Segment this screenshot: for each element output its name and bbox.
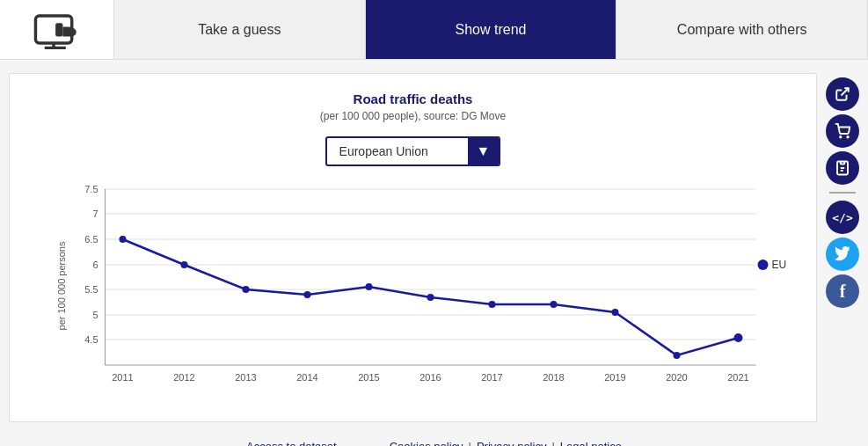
svg-line-45	[842, 88, 849, 95]
svg-text:4.5: 4.5	[84, 334, 98, 345]
svg-text:per 100 000 persons: per 100 000 persons	[56, 241, 67, 330]
svg-text:6: 6	[92, 260, 98, 270]
privacy-policy-link[interactable]: Privacy policy	[477, 440, 546, 446]
dropdown-value: European Union	[327, 139, 468, 164]
svg-text:2015: 2015	[358, 372, 379, 383]
share-icon[interactable]	[826, 77, 859, 111]
footer-dataset-link[interactable]: Access to dataset	[246, 440, 337, 446]
svg-point-41	[674, 352, 681, 359]
line-chart: per 100 000 persons 7.5 7 6.5 6 5.5 5	[27, 180, 799, 391]
region-dropdown[interactable]: European Union ▼	[325, 136, 501, 166]
svg-point-47	[847, 136, 849, 138]
svg-text:5.5: 5.5	[84, 284, 98, 295]
svg-text:2011: 2011	[112, 372, 133, 383]
top-navigation: Take a guess Show trend Compare with oth…	[0, 0, 868, 60]
svg-text:2019: 2019	[604, 372, 625, 383]
cookies-policy-link[interactable]: Cookies policy	[390, 440, 463, 446]
svg-text:2013: 2013	[235, 372, 256, 383]
svg-text:2018: 2018	[543, 372, 564, 383]
svg-point-42	[734, 333, 743, 342]
dropdown-container: European Union ▼	[27, 136, 799, 166]
svg-point-39	[551, 301, 558, 308]
svg-point-35	[304, 291, 311, 298]
svg-text:2021: 2021	[727, 372, 748, 383]
svg-point-37	[427, 294, 434, 301]
svg-point-46	[840, 136, 842, 138]
svg-point-40	[612, 309, 619, 316]
tab-take-a-guess[interactable]: Take a guess	[114, 0, 366, 59]
svg-text:5: 5	[92, 310, 98, 320]
twitter-icon[interactable]	[826, 238, 859, 271]
svg-text:6.5: 6.5	[84, 234, 98, 245]
svg-point-36	[366, 283, 373, 290]
logo-area	[0, 0, 114, 59]
clipboard-icon[interactable]	[826, 151, 859, 185]
svg-text:2020: 2020	[666, 372, 687, 383]
svg-text:2017: 2017	[481, 372, 502, 383]
svg-text:2012: 2012	[173, 372, 194, 383]
svg-rect-48	[841, 162, 845, 165]
svg-text:7: 7	[92, 208, 98, 219]
legal-notice-link[interactable]: Legal notice	[560, 440, 622, 446]
dataset-link[interactable]: Access to dataset	[246, 440, 337, 446]
code-icon[interactable]: </>	[826, 201, 859, 234]
sidebar-divider	[829, 192, 856, 194]
chart-subtitle: (per 100 000 people), source: DG Move	[27, 110, 799, 122]
svg-point-38	[489, 301, 496, 308]
svg-point-34	[243, 286, 250, 293]
footer-policy-links: Cookies policy | Privacy policy | Legal …	[390, 440, 622, 446]
svg-point-32	[120, 236, 127, 243]
chart-panel: Road traffic deaths (per 100 000 people)…	[9, 73, 817, 422]
chart-title: Road traffic deaths	[27, 91, 799, 106]
svg-rect-3	[55, 23, 62, 36]
right-sidebar: </> f	[826, 73, 859, 422]
chart-area: per 100 000 persons 7.5 7 6.5 6 5.5 5	[27, 180, 799, 395]
logo-icon	[33, 10, 81, 49]
main-content: Road traffic deaths (per 100 000 people)…	[0, 60, 868, 431]
svg-text:EU: EU	[772, 259, 787, 271]
facebook-icon[interactable]: f	[826, 274, 859, 308]
footer: Access to dataset Cookies policy | Priva…	[0, 431, 868, 446]
svg-point-43	[758, 260, 769, 270]
tab-compare-with-others[interactable]: Compare with others	[616, 0, 868, 59]
tab-show-trend[interactable]: Show trend	[366, 0, 617, 59]
svg-text:2016: 2016	[419, 372, 441, 383]
svg-text:2014: 2014	[296, 372, 317, 383]
svg-text:7.5: 7.5	[84, 184, 98, 194]
basket-icon[interactable]	[826, 114, 859, 148]
svg-point-33	[181, 261, 188, 268]
dropdown-chevron[interactable]: ▼	[468, 138, 500, 165]
